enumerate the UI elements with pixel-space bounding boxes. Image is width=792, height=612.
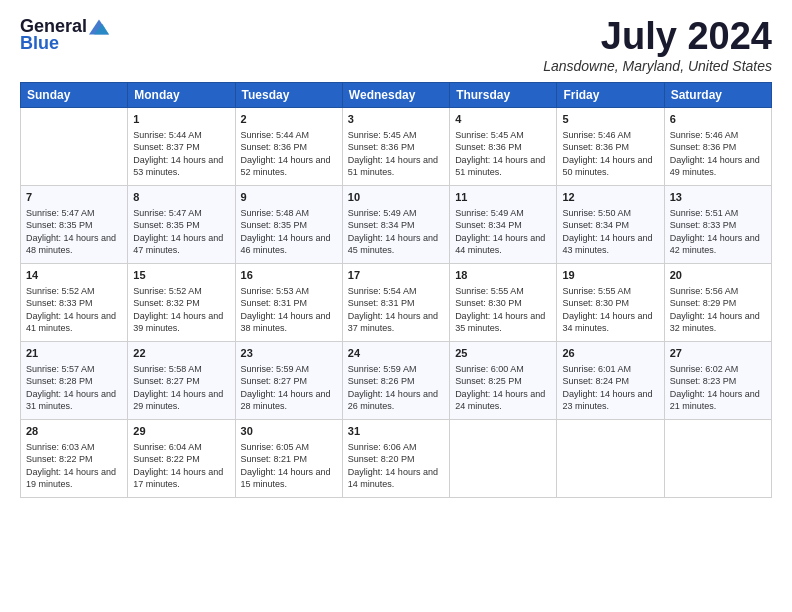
cell-info: Sunrise: 5:51 AMSunset: 8:33 PMDaylight:… xyxy=(670,207,766,257)
cell-w3-d0: 14Sunrise: 5:52 AMSunset: 8:33 PMDayligh… xyxy=(21,263,128,341)
daylight-text: Daylight: 14 hours and 39 minutes. xyxy=(133,311,223,334)
daylight-text: Daylight: 14 hours and 44 minutes. xyxy=(455,233,545,256)
sunset-text: Sunset: 8:27 PM xyxy=(241,376,308,386)
sunrise-text: Sunrise: 5:59 AM xyxy=(348,364,417,374)
sunrise-text: Sunrise: 5:58 AM xyxy=(133,364,202,374)
sunrise-text: Sunrise: 5:55 AM xyxy=(562,286,631,296)
sunset-text: Sunset: 8:34 PM xyxy=(562,220,629,230)
day-number: 8 xyxy=(133,190,229,205)
cell-w1-d4: 4Sunrise: 5:45 AMSunset: 8:36 PMDaylight… xyxy=(450,107,557,185)
sunrise-text: Sunrise: 5:49 AM xyxy=(348,208,417,218)
logo-blue: Blue xyxy=(20,33,59,54)
sunrise-text: Sunrise: 6:06 AM xyxy=(348,442,417,452)
cell-w3-d4: 18Sunrise: 5:55 AMSunset: 8:30 PMDayligh… xyxy=(450,263,557,341)
cell-info: Sunrise: 5:52 AMSunset: 8:33 PMDaylight:… xyxy=(26,285,122,335)
cell-info: Sunrise: 6:05 AMSunset: 8:21 PMDaylight:… xyxy=(241,441,337,491)
sunrise-text: Sunrise: 5:54 AM xyxy=(348,286,417,296)
daylight-text: Daylight: 14 hours and 51 minutes. xyxy=(348,155,438,178)
header-monday: Monday xyxy=(128,82,235,107)
day-number: 13 xyxy=(670,190,766,205)
cell-w4-d0: 21Sunrise: 5:57 AMSunset: 8:28 PMDayligh… xyxy=(21,341,128,419)
sunset-text: Sunset: 8:36 PM xyxy=(455,142,522,152)
logo-icon xyxy=(89,17,109,37)
day-number: 2 xyxy=(241,112,337,127)
daylight-text: Daylight: 14 hours and 15 minutes. xyxy=(241,467,331,490)
sunset-text: Sunset: 8:33 PM xyxy=(670,220,737,230)
day-number: 15 xyxy=(133,268,229,283)
day-number: 24 xyxy=(348,346,444,361)
sunset-text: Sunset: 8:35 PM xyxy=(241,220,308,230)
weekday-header-row: Sunday Monday Tuesday Wednesday Thursday… xyxy=(21,82,772,107)
sunset-text: Sunset: 8:28 PM xyxy=(26,376,93,386)
sunrise-text: Sunrise: 5:51 AM xyxy=(670,208,739,218)
cell-info: Sunrise: 5:59 AMSunset: 8:26 PMDaylight:… xyxy=(348,363,444,413)
cell-info: Sunrise: 5:46 AMSunset: 8:36 PMDaylight:… xyxy=(562,129,658,179)
sunset-text: Sunset: 8:33 PM xyxy=(26,298,93,308)
sunrise-text: Sunrise: 5:49 AM xyxy=(455,208,524,218)
sunset-text: Sunset: 8:20 PM xyxy=(348,454,415,464)
sunset-text: Sunset: 8:24 PM xyxy=(562,376,629,386)
cell-w3-d2: 16Sunrise: 5:53 AMSunset: 8:31 PMDayligh… xyxy=(235,263,342,341)
cell-info: Sunrise: 5:45 AMSunset: 8:36 PMDaylight:… xyxy=(348,129,444,179)
cell-w5-d2: 30Sunrise: 6:05 AMSunset: 8:21 PMDayligh… xyxy=(235,419,342,497)
cell-w2-d6: 13Sunrise: 5:51 AMSunset: 8:33 PMDayligh… xyxy=(664,185,771,263)
day-number: 30 xyxy=(241,424,337,439)
cell-info: Sunrise: 5:56 AMSunset: 8:29 PMDaylight:… xyxy=(670,285,766,335)
day-number: 28 xyxy=(26,424,122,439)
cell-w4-d1: 22Sunrise: 5:58 AMSunset: 8:27 PMDayligh… xyxy=(128,341,235,419)
sunset-text: Sunset: 8:36 PM xyxy=(348,142,415,152)
cell-info: Sunrise: 5:44 AMSunset: 8:36 PMDaylight:… xyxy=(241,129,337,179)
cell-info: Sunrise: 6:04 AMSunset: 8:22 PMDaylight:… xyxy=(133,441,229,491)
cell-info: Sunrise: 5:49 AMSunset: 8:34 PMDaylight:… xyxy=(348,207,444,257)
day-number: 14 xyxy=(26,268,122,283)
day-number: 4 xyxy=(455,112,551,127)
sunrise-text: Sunrise: 5:48 AM xyxy=(241,208,310,218)
sunset-text: Sunset: 8:34 PM xyxy=(455,220,522,230)
cell-info: Sunrise: 5:55 AMSunset: 8:30 PMDaylight:… xyxy=(455,285,551,335)
daylight-text: Daylight: 14 hours and 19 minutes. xyxy=(26,467,116,490)
sunrise-text: Sunrise: 6:04 AM xyxy=(133,442,202,452)
daylight-text: Daylight: 14 hours and 29 minutes. xyxy=(133,389,223,412)
cell-w5-d3: 31Sunrise: 6:06 AMSunset: 8:20 PMDayligh… xyxy=(342,419,449,497)
sunrise-text: Sunrise: 6:00 AM xyxy=(455,364,524,374)
cell-info: Sunrise: 6:03 AMSunset: 8:22 PMDaylight:… xyxy=(26,441,122,491)
sunrise-text: Sunrise: 5:45 AM xyxy=(455,130,524,140)
sunset-text: Sunset: 8:35 PM xyxy=(133,220,200,230)
cell-w4-d5: 26Sunrise: 6:01 AMSunset: 8:24 PMDayligh… xyxy=(557,341,664,419)
sunrise-text: Sunrise: 6:01 AM xyxy=(562,364,631,374)
sunset-text: Sunset: 8:23 PM xyxy=(670,376,737,386)
cell-w3-d5: 19Sunrise: 5:55 AMSunset: 8:30 PMDayligh… xyxy=(557,263,664,341)
day-number: 26 xyxy=(562,346,658,361)
daylight-text: Daylight: 14 hours and 48 minutes. xyxy=(26,233,116,256)
daylight-text: Daylight: 14 hours and 24 minutes. xyxy=(455,389,545,412)
daylight-text: Daylight: 14 hours and 17 minutes. xyxy=(133,467,223,490)
daylight-text: Daylight: 14 hours and 42 minutes. xyxy=(670,233,760,256)
cell-info: Sunrise: 6:02 AMSunset: 8:23 PMDaylight:… xyxy=(670,363,766,413)
header-friday: Friday xyxy=(557,82,664,107)
daylight-text: Daylight: 14 hours and 35 minutes. xyxy=(455,311,545,334)
cell-w2-d0: 7Sunrise: 5:47 AMSunset: 8:35 PMDaylight… xyxy=(21,185,128,263)
day-number: 5 xyxy=(562,112,658,127)
daylight-text: Daylight: 14 hours and 23 minutes. xyxy=(562,389,652,412)
sunset-text: Sunset: 8:36 PM xyxy=(562,142,629,152)
cell-w4-d4: 25Sunrise: 6:00 AMSunset: 8:25 PMDayligh… xyxy=(450,341,557,419)
sunrise-text: Sunrise: 5:55 AM xyxy=(455,286,524,296)
sunset-text: Sunset: 8:22 PM xyxy=(26,454,93,464)
sunset-text: Sunset: 8:34 PM xyxy=(348,220,415,230)
cell-w2-d4: 11Sunrise: 5:49 AMSunset: 8:34 PMDayligh… xyxy=(450,185,557,263)
cell-w2-d3: 10Sunrise: 5:49 AMSunset: 8:34 PMDayligh… xyxy=(342,185,449,263)
cell-info: Sunrise: 5:57 AMSunset: 8:28 PMDaylight:… xyxy=(26,363,122,413)
daylight-text: Daylight: 14 hours and 51 minutes. xyxy=(455,155,545,178)
sunset-text: Sunset: 8:30 PM xyxy=(455,298,522,308)
cell-info: Sunrise: 5:48 AMSunset: 8:35 PMDaylight:… xyxy=(241,207,337,257)
sunset-text: Sunset: 8:36 PM xyxy=(241,142,308,152)
daylight-text: Daylight: 14 hours and 34 minutes. xyxy=(562,311,652,334)
daylight-text: Daylight: 14 hours and 49 minutes. xyxy=(670,155,760,178)
cell-w1-d6: 6Sunrise: 5:46 AMSunset: 8:36 PMDaylight… xyxy=(664,107,771,185)
sunrise-text: Sunrise: 5:46 AM xyxy=(562,130,631,140)
cell-info: Sunrise: 5:45 AMSunset: 8:36 PMDaylight:… xyxy=(455,129,551,179)
cell-info: Sunrise: 5:54 AMSunset: 8:31 PMDaylight:… xyxy=(348,285,444,335)
day-number: 21 xyxy=(26,346,122,361)
cell-w5-d4 xyxy=(450,419,557,497)
daylight-text: Daylight: 14 hours and 50 minutes. xyxy=(562,155,652,178)
